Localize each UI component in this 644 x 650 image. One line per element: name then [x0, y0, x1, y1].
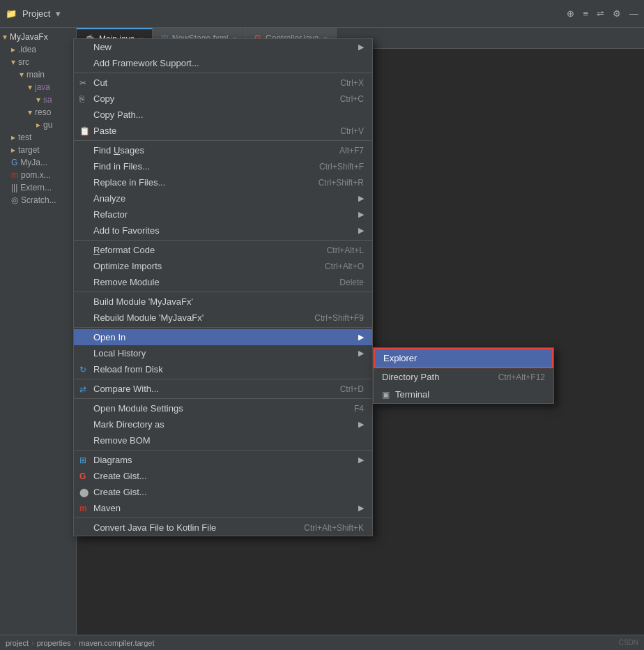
tree-src[interactable]: ▾src — [0, 56, 76, 68]
menu-rebuild-module[interactable]: Rebuild Module 'MyJavaFx' Ctrl+Shift+F9 — [74, 310, 372, 326]
tree-reso[interactable]: ▾reso — [0, 106, 76, 119]
menu-remove-bom[interactable]: Remove BOM — [74, 432, 372, 448]
menu-convert-kotlin-label: Convert Java File to Kotlin File — [93, 522, 216, 533]
menu-remove-module[interactable]: Remove Module Delete — [74, 274, 372, 290]
tree-sa[interactable]: ▾sa — [0, 93, 76, 106]
tree-scratch[interactable]: ◎Scratch... — [0, 194, 76, 206]
tree-test[interactable]: ▸test — [0, 131, 76, 144]
menu-build-module-label: Build Module 'MyJavaFx' — [93, 296, 193, 307]
sep-1 — [74, 73, 372, 73]
paste-icon: 📋 — [79, 126, 90, 136]
menu-replace-files[interactable]: Replace in Files... Ctrl+Shift+R — [74, 174, 372, 190]
menu-maven[interactable]: m Maven ▶ — [74, 500, 372, 516]
menu-cut-shortcut: Ctrl+X — [340, 78, 364, 88]
menu-analyze-arrow: ▶ — [358, 194, 364, 203]
menu-reformat-shortcut: Ctrl+Alt+L — [327, 245, 364, 255]
menu-paste[interactable]: 📋 Paste Ctrl+V — [74, 123, 372, 139]
menu-copy[interactable]: ⎘ Copy Ctrl+C — [74, 91, 372, 107]
top-bar-project-label[interactable]: Project — [22, 8, 50, 19]
menu-reformat[interactable]: Reformat Code Ctrl+Alt+L — [74, 242, 372, 258]
open-in-submenu: Explorer Directory Path Ctrl+Alt+F12 ▣ T… — [373, 347, 554, 404]
menu-diagrams[interactable]: ⊞ Diagrams ▶ — [74, 452, 372, 468]
menu-copy-path-label: Copy Path... — [93, 109, 144, 120]
sep-3 — [74, 240, 372, 241]
menu-open-in-arrow: ▶ — [358, 333, 364, 342]
menu-add-framework[interactable]: Add Framework Support... — [74, 55, 372, 71]
menu-reload-disk[interactable]: ↻ Reload from Disk — [74, 361, 372, 377]
tree-java[interactable]: ▾java — [0, 81, 76, 93]
add-icon[interactable]: ⊕ — [567, 8, 574, 19]
menu-open-in[interactable]: Open In ▶ — [74, 329, 372, 345]
submenu-directory-path[interactable]: Directory Path Ctrl+Alt+F12 — [374, 368, 553, 386]
menu-mark-directory-label: Mark Directory as — [93, 419, 164, 430]
top-bar-dropdown-icon[interactable]: ▾ — [56, 8, 61, 19]
menu-refactor[interactable]: Refactor ▶ — [74, 206, 372, 222]
maven-icon: m — [79, 504, 87, 513]
tree-myja[interactable]: GMyJa... — [0, 156, 76, 169]
menu-copy-path[interactable]: Copy Path... — [74, 107, 372, 123]
menu-compare-shortcut: Ctrl+D — [340, 384, 364, 394]
menu-convert-kotlin-shortcut: Ctrl+Alt+Shift+K — [304, 523, 364, 533]
menu-open-in-label: Open In — [93, 332, 125, 342]
tree-main[interactable]: ▾main — [0, 68, 76, 81]
menu-add-favorites-label: Add to Favorites — [93, 225, 160, 236]
breadcrumb: project › properties › maven.compiler.ta… — [6, 639, 155, 647]
menu-new-arrow: ▶ — [358, 43, 364, 52]
menu-cut[interactable]: ✂ Cut Ctrl+X — [74, 75, 372, 91]
menu-new-label: New — [93, 42, 112, 52]
menu-add-favorites[interactable]: Add to Favorites ▶ — [74, 222, 372, 239]
menu-optimize-imports[interactable]: Optimize Imports Ctrl+Alt+O — [74, 258, 372, 274]
menu-paste-label: Paste — [93, 126, 116, 136]
cut-icon: ✂ — [79, 78, 86, 88]
menu-local-history-label: Local History — [93, 348, 146, 358]
menu-rebuild-module-label: Rebuild Module 'MyJavaFx' — [93, 312, 204, 323]
menu-maven-label: Maven — [93, 503, 121, 513]
tree-gu[interactable]: ▸gu — [0, 119, 76, 131]
top-bar-folder-icon: 📁 — [6, 8, 17, 19]
compare-icon: ⇄ — [79, 384, 86, 394]
copy-icon: ⎘ — [79, 94, 84, 104]
tree-extern[interactable]: |||Extern... — [0, 181, 76, 194]
sync-icon[interactable]: ⇌ — [597, 8, 604, 19]
menu-replace-files-label: Replace in Files... — [93, 177, 165, 188]
tree-target[interactable]: ▸target — [0, 144, 76, 156]
menu-create-gist-1[interactable]: G Create Gist... — [74, 468, 372, 484]
settings-icon[interactable]: ⚙ — [613, 8, 621, 19]
menu-replace-files-shortcut: Ctrl+Shift+R — [319, 178, 364, 188]
menu-mark-directory[interactable]: Mark Directory as ▶ — [74, 416, 372, 432]
menu-build-module[interactable]: Build Module 'MyJavaFx' — [74, 294, 372, 310]
tree-pom[interactable]: mpom.x... — [0, 169, 76, 181]
submenu-terminal-label: Terminal — [395, 389, 429, 400]
breadcrumb-properties: properties — [37, 639, 71, 647]
menu-find-files[interactable]: Find in Files... Ctrl+Shift+F — [74, 158, 372, 174]
menu-add-favorites-arrow: ▶ — [358, 226, 364, 235]
submenu-directory-path-label: Directory Path — [382, 372, 439, 382]
submenu-explorer[interactable]: Explorer — [374, 348, 553, 368]
menu-optimize-shortcut: Ctrl+Alt+O — [325, 262, 364, 271]
tree-root[interactable]: ▾ MyJavaFx — [0, 31, 76, 43]
menu-find-usages[interactable]: Find Usages Alt+F7 — [74, 142, 372, 158]
top-bar-icons: ⊕ ≡ ⇌ ⚙ — — [567, 8, 638, 19]
menu-new[interactable]: New ▶ — [74, 39, 372, 55]
submenu-directory-path-shortcut: Ctrl+Alt+F12 — [498, 372, 545, 382]
tree-idea[interactable]: ▸.idea — [0, 43, 76, 56]
menu-compare-with[interactable]: ⇄ Compare With... Ctrl+D — [74, 381, 372, 397]
menu-copy-label: Copy — [93, 93, 114, 104]
sep-5 — [74, 327, 372, 328]
context-menu: New ▶ Add Framework Support... ✂ Cut Ctr… — [73, 38, 373, 536]
menu-open-module-settings[interactable]: Open Module Settings F4 — [74, 400, 372, 416]
menu-cut-label: Cut — [93, 77, 107, 88]
menu-maven-arrow: ▶ — [358, 504, 364, 513]
menu-create-gist-2[interactable]: ⬤ Create Gist... — [74, 484, 372, 500]
menu-local-history[interactable]: Local History ▶ — [74, 345, 372, 361]
menu-compare-with-label: Compare With... — [93, 384, 159, 394]
project-sidebar: ▾ MyJavaFx ▸.idea ▾src ▾main ▾java ▾sa ▾… — [0, 28, 77, 650]
status-bar: project › properties › maven.compiler.ta… — [0, 635, 644, 650]
list-icon[interactable]: ≡ — [583, 8, 588, 19]
menu-add-framework-label: Add Framework Support... — [93, 58, 199, 68]
submenu-terminal[interactable]: ▣ Terminal — [374, 386, 553, 403]
menu-reload-disk-label: Reload from Disk — [93, 364, 163, 375]
minimize-icon[interactable]: — — [629, 8, 638, 19]
menu-convert-kotlin[interactable]: Convert Java File to Kotlin File Ctrl+Al… — [74, 520, 372, 536]
menu-analyze[interactable]: Analyze ▶ — [74, 190, 372, 206]
